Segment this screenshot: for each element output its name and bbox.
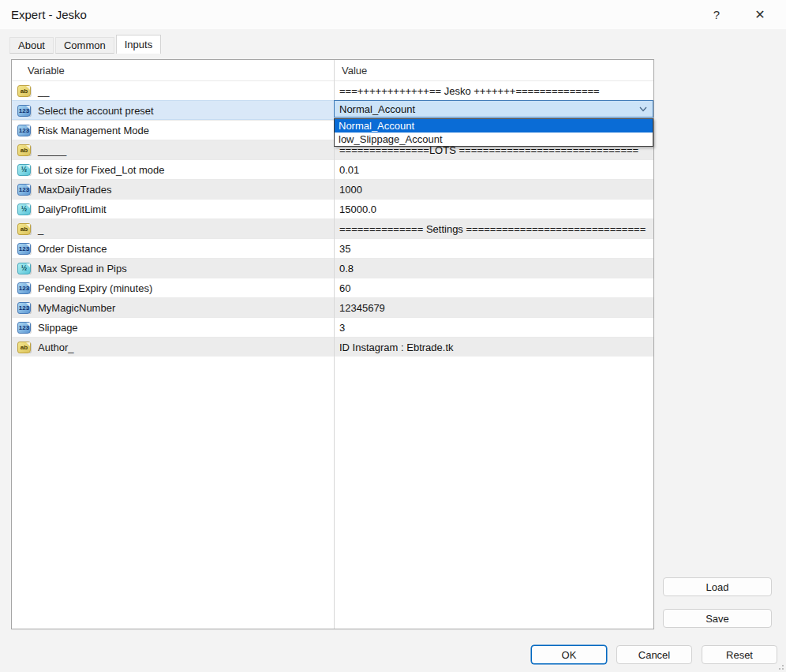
table-row[interactable]: 123Slippage3	[12, 317, 653, 337]
param-name: Select the account preset	[38, 105, 154, 117]
string-param-icon: ab	[17, 223, 31, 235]
param-name-cell: abAuthor_	[12, 342, 334, 353]
string-param-icon: ab	[17, 85, 31, 97]
chevron-down-icon	[639, 106, 647, 112]
param-value[interactable]: 15000.0	[334, 203, 653, 215]
tab-about[interactable]: About	[9, 37, 54, 54]
param-name-cell: ½Max Spread in Pips	[12, 263, 334, 274]
reset-button-label: Reset	[726, 649, 753, 661]
table-row[interactable]: ab_============== Settings =============…	[12, 218, 653, 238]
save-button[interactable]: Save	[663, 609, 772, 628]
table-row[interactable]: ½Max Spread in Pips0.8	[12, 258, 653, 278]
param-name-cell: 123Order Distance	[12, 243, 334, 255]
tab-inputs[interactable]: Inputs	[116, 35, 161, 54]
double-param-icon: ½	[17, 263, 31, 274]
title-bar: Expert - Jesko ? ✕	[0, 0, 786, 29]
cancel-button[interactable]: Cancel	[616, 645, 692, 664]
integer-param-icon: 123	[17, 105, 31, 117]
reset-button[interactable]: Reset	[702, 645, 777, 664]
param-value[interactable]: 35	[334, 243, 653, 255]
param-value[interactable]: ============== Settings ================…	[334, 223, 653, 235]
param-value[interactable]: 3	[334, 322, 653, 334]
table-row[interactable]: ½Lot size for Fixed_Lot mode0.01	[12, 159, 653, 179]
param-name: MyMagicNumber	[38, 302, 115, 314]
load-button[interactable]: Load	[663, 577, 772, 596]
column-header-variable: Variable	[12, 60, 334, 80]
load-button-label: Load	[706, 581, 729, 593]
param-name: MaxDailyTrades	[38, 184, 111, 196]
tab-common[interactable]: Common	[55, 37, 114, 54]
resize-grip-icon[interactable]	[776, 662, 784, 670]
table-row[interactable]: ab__===++++++++++++== Jesko +++++++=====…	[12, 80, 653, 100]
param-name-cell: 123Pending Expiry (minutes)	[12, 282, 334, 294]
tab-inputs-label: Inputs	[125, 39, 152, 50]
param-value[interactable]: 12345679	[334, 302, 653, 314]
close-icon[interactable]: ✕	[742, 0, 778, 29]
table-row[interactable]: abAuthor_ID Instagram : Ebtrade.tk	[12, 337, 653, 357]
param-value[interactable]: 1000	[334, 184, 653, 196]
param-name-cell: ½Lot size for Fixed_Lot mode	[12, 164, 334, 176]
tab-strip: About Common Inputs	[9, 35, 163, 54]
string-param-icon: ab	[17, 144, 31, 156]
param-name-cell: 123Select the account preset	[12, 105, 334, 117]
save-button-label: Save	[706, 613, 729, 625]
account-preset-dropdown[interactable]: Normal_Account	[334, 100, 653, 118]
param-value[interactable]: 60	[334, 282, 653, 294]
double-param-icon: ½	[17, 203, 31, 215]
param-value[interactable]: 0.01	[334, 164, 653, 176]
param-name-cell: 123MyMagicNumber	[12, 302, 334, 314]
param-name: Max Spread in Pips	[38, 263, 127, 274]
tab-common-label: Common	[64, 39, 106, 51]
param-name-cell: ab_	[12, 223, 334, 235]
param-value[interactable]: 0.8	[334, 263, 653, 274]
cancel-button-label: Cancel	[638, 649, 670, 661]
table-row[interactable]: ½DailyProfitLimit15000.0	[12, 199, 653, 218]
integer-param-icon: 123	[17, 322, 31, 334]
param-name-cell: 123Slippage	[12, 322, 334, 334]
param-name: Risk Management Mode	[38, 125, 149, 136]
param-name: Slippage	[38, 322, 78, 334]
window-title: Expert - Jesko	[11, 8, 87, 21]
dropdown-option-low-slippage-account[interactable]: low_Slippage_Account	[335, 133, 653, 146]
ok-button[interactable]: OK	[531, 645, 607, 664]
table-header: Variable Value	[12, 60, 653, 80]
account-preset-value: Normal_Account	[339, 103, 415, 115]
table-row[interactable]: 123MyMagicNumber12345679	[12, 297, 653, 317]
param-value[interactable]: ID Instagram : Ebtrade.tk	[334, 342, 653, 353]
integer-param-icon: 123	[17, 243, 31, 255]
table-row[interactable]: 123MaxDailyTrades1000	[12, 179, 653, 199]
expert-properties-dialog: Expert - Jesko ? ✕ About Common Inputs V…	[0, 0, 786, 672]
param-name: __	[38, 85, 49, 97]
table-row[interactable]: 123Pending Expiry (minutes)60	[12, 278, 653, 297]
param-name-cell: ab__	[12, 85, 334, 97]
double-param-icon: ½	[17, 164, 31, 176]
integer-param-icon: 123	[17, 184, 31, 196]
integer-param-icon: 123	[17, 125, 31, 136]
ok-button-label: OK	[562, 649, 577, 661]
param-value[interactable]: ===++++++++++++== Jesko +++++++=========…	[334, 85, 653, 97]
param-name-cell: ab_____	[12, 144, 334, 156]
param-name: Order Distance	[38, 243, 107, 255]
param-name: DailyProfitLimit	[38, 203, 107, 215]
string-param-icon: ab	[17, 342, 31, 353]
param-name-cell: 123MaxDailyTrades	[12, 184, 334, 196]
integer-param-icon: 123	[17, 282, 31, 294]
param-name: Lot size for Fixed_Lot mode	[38, 164, 164, 176]
param-name: Pending Expiry (minutes)	[38, 282, 152, 294]
param-name: Author_	[38, 342, 74, 353]
param-name-cell: 123Risk Management Mode	[12, 125, 334, 136]
table-row[interactable]: 123Order Distance35	[12, 238, 653, 258]
param-name: _	[38, 223, 43, 235]
integer-param-icon: 123	[17, 302, 31, 314]
help-icon[interactable]: ?	[698, 0, 735, 29]
column-header-value: Value	[334, 60, 653, 80]
param-name-cell: ½DailyProfitLimit	[12, 203, 334, 215]
dropdown-option-normal-account[interactable]: Normal_Account	[335, 119, 653, 133]
tab-about-label: About	[18, 39, 45, 51]
dropdown-popup: Normal_Account low_Slippage_Account	[334, 118, 653, 147]
param-name: _____	[38, 144, 66, 156]
